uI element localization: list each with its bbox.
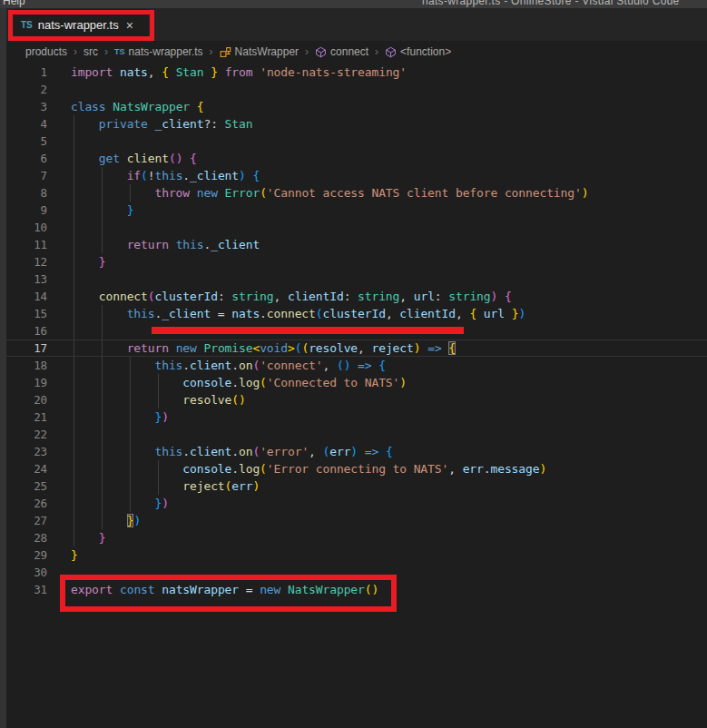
code-line-14[interactable]: 14 connect(clusterId: string, clientId: … — [0, 288, 707, 305]
code-line-26[interactable]: 26 }) — [0, 495, 707, 512]
code-text: private _client?: Stan — [47, 115, 252, 133]
line-number: 5 — [0, 133, 47, 150]
method-symbol-icon — [315, 46, 327, 58]
breadcrumb-item-products[interactable]: products — [25, 45, 67, 58]
line-number: 7 — [0, 167, 47, 184]
window-title: nats-wrapper.ts - OnlineStore - Visual S… — [422, 0, 680, 7]
line-number: 1 — [0, 64, 47, 81]
line-number: 2 — [0, 81, 47, 98]
class-symbol-icon — [220, 46, 231, 58]
code-text — [47, 81, 71, 98]
code-text: throw new Error('Cannot access NATS clie… — [47, 184, 588, 202]
code-line-1[interactable]: 1import nats, { Stan } from 'node-nats-s… — [0, 64, 707, 81]
indent-guide — [158, 374, 159, 408]
breadcrumb-label: <function> — [400, 45, 451, 58]
window-titlebar: Help nats-wrapper.ts - OnlineStore - Vis… — [0, 0, 707, 8]
line-number: 11 — [0, 236, 47, 253]
line-number: 31 — [0, 581, 47, 598]
code-text: this.client.on('connect', () => { — [47, 357, 386, 374]
line-number: 30 — [0, 564, 47, 581]
breadcrumb-item-function[interactable]: <function> — [385, 45, 451, 58]
code-text: }) — [47, 495, 169, 512]
code-text — [47, 322, 71, 339]
code-text: get client() { — [47, 150, 197, 167]
breadcrumb-label: src — [83, 45, 98, 58]
annotation-client-assignment-underline — [152, 327, 464, 334]
breadcrumb-item-natswrapper[interactable]: NatsWrapper — [220, 45, 299, 58]
code-line-17[interactable]: 17 return new Promise<void>((resolve, re… — [0, 339, 707, 357]
code-line-13[interactable]: 13 — [0, 271, 707, 288]
line-number: 17 — [0, 339, 47, 357]
breadcrumb-label: nats-wrapper.ts — [129, 45, 203, 58]
code-text: resolve() — [47, 391, 246, 408]
line-number: 26 — [0, 495, 47, 512]
code-line-12[interactable]: 12 } — [0, 253, 707, 271]
breadcrumb-label: products — [25, 45, 67, 58]
line-number: 29 — [0, 546, 47, 564]
method-symbol-icon — [385, 46, 397, 58]
code-text: class NatsWrapper { — [47, 98, 203, 115]
code-text — [47, 133, 71, 150]
code-text — [47, 426, 71, 443]
code-line-25[interactable]: 25 reject(err) — [0, 477, 707, 495]
code-text: import nats, { Stan } from 'node-nats-st… — [47, 64, 407, 81]
code-line-23[interactable]: 23 this.client.on('error', (err) => { — [0, 443, 707, 460]
chevron-right-icon: › — [375, 45, 378, 58]
breadcrumb-item-nats-wrapper-ts[interactable]: TSnats-wrapper.ts — [114, 45, 203, 58]
breadcrumb-item-connect[interactable]: connect — [315, 45, 368, 58]
code-text: return this._client — [47, 236, 260, 253]
line-number: 22 — [0, 426, 47, 443]
indent-guide — [74, 115, 74, 546]
line-number: 21 — [0, 408, 47, 426]
code-line-2[interactable]: 2 — [0, 81, 707, 98]
code-line-27[interactable]: 27 }) — [0, 512, 707, 529]
code-text: } — [47, 546, 78, 564]
line-number: 15 — [0, 305, 47, 322]
code-line-4[interactable]: 4 private _client?: Stan — [0, 115, 707, 133]
code-line-5[interactable]: 5 — [0, 133, 707, 150]
line-number: 9 — [0, 202, 47, 219]
code-text: connect(clusterId: string, clientId: str… — [47, 288, 512, 305]
code-text: }) — [47, 512, 141, 529]
code-line-21[interactable]: 21 }) — [0, 408, 707, 426]
code-line-3[interactable]: 3class NatsWrapper { — [0, 98, 707, 115]
line-number: 23 — [0, 443, 47, 460]
code-line-18[interactable]: 18 this.client.on('connect', () => { — [0, 357, 707, 374]
indent-guide — [102, 167, 103, 253]
line-number: 25 — [0, 477, 47, 495]
code-line-8[interactable]: 8 throw new Error('Cannot access NATS cl… — [0, 184, 707, 202]
line-number: 3 — [0, 98, 47, 115]
breadcrumb-label: NatsWrapper — [235, 45, 299, 58]
code-line-28[interactable]: 28 } — [0, 529, 707, 546]
code-line-10[interactable]: 10 — [0, 219, 707, 236]
line-number: 10 — [0, 219, 47, 236]
code-line-22[interactable]: 22 — [0, 426, 707, 443]
chevron-right-icon: › — [210, 45, 213, 58]
chevron-right-icon: › — [104, 45, 108, 58]
menu-item-help[interactable]: Help — [3, 0, 25, 7]
indent-guide — [102, 305, 103, 529]
line-number: 12 — [0, 253, 47, 271]
code-line-29[interactable]: 29} — [0, 546, 707, 564]
line-number: 4 — [0, 115, 47, 133]
code-text: reject(err) — [47, 477, 260, 495]
code-text: }) — [47, 408, 169, 426]
line-number: 28 — [0, 529, 47, 546]
code-text: } — [47, 529, 106, 546]
code-line-20[interactable]: 20 resolve() — [0, 391, 707, 408]
code-text — [47, 271, 71, 288]
line-number: 20 — [0, 391, 47, 408]
code-line-15[interactable]: 15 this._client = nats.connect(clusterId… — [0, 305, 707, 322]
line-number: 14 — [0, 288, 47, 305]
code-line-7[interactable]: 7 if(!this._client) { — [0, 167, 707, 184]
code-line-9[interactable]: 9 } — [0, 202, 707, 219]
code-line-6[interactable]: 6 get client() { — [0, 150, 707, 167]
code-line-19[interactable]: 19 console.log('Connected to NATS') — [0, 374, 707, 391]
indent-guide — [130, 357, 131, 512]
code-text: return new Promise<void>((resolve, rejec… — [47, 339, 456, 357]
annotation-tab-highlight-box — [8, 10, 154, 41]
breadcrumb-item-src[interactable]: src — [83, 45, 98, 58]
code-line-11[interactable]: 11 return this._client — [0, 236, 707, 253]
line-number: 8 — [0, 184, 47, 202]
code-line-24[interactable]: 24 console.log('Error connecting to NATS… — [0, 460, 707, 477]
